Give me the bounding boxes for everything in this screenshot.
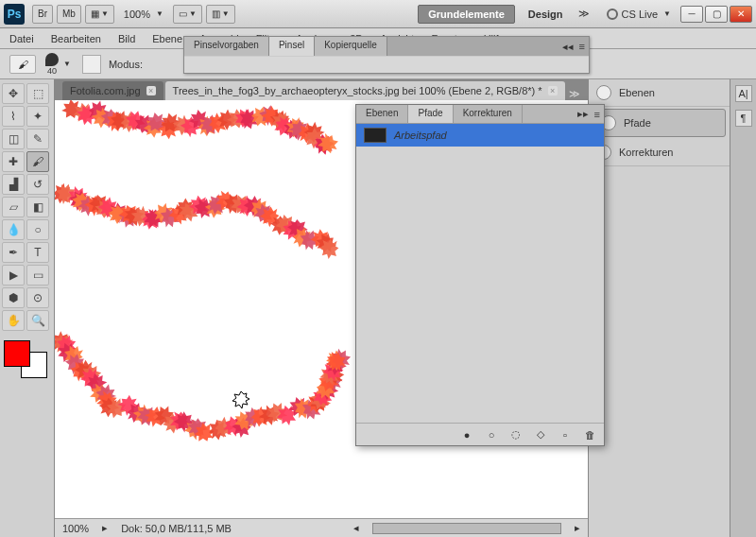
- path-select-tool[interactable]: ▶: [2, 265, 25, 286]
- tabs-overflow-icon[interactable]: ≫: [569, 88, 580, 100]
- 3d-tool[interactable]: ⬢: [2, 287, 25, 308]
- layers-icon: [596, 85, 611, 100]
- guides-button[interactable]: ▥▼: [206, 5, 235, 24]
- bridge-button[interactable]: Br: [32, 5, 53, 24]
- tool-preset-picker[interactable]: 🖌: [9, 55, 36, 74]
- collapsed-dock: A| ¶: [730, 79, 756, 537]
- new-path-icon[interactable]: ▫: [558, 428, 572, 442]
- color-picker[interactable]: [2, 338, 49, 380]
- stamp-tool[interactable]: ▟: [2, 174, 25, 195]
- close-icon[interactable]: ×: [146, 86, 156, 95]
- menu-image[interactable]: Bild: [118, 33, 135, 44]
- menu-file[interactable]: Datei: [9, 33, 34, 44]
- status-zoom[interactable]: 100%: [62, 523, 89, 534]
- options-bar: 🖌 40 ▼ Modus: Pinselvorgaben Pinsel Kopi…: [0, 49, 756, 79]
- minimize-button[interactable]: ─: [680, 6, 703, 23]
- app-titlebar: Ps Br Mb ▦▼ 100%▼ ▭▼ ▥▼ Grundelemente De…: [0, 0, 756, 28]
- delete-path-icon[interactable]: 🗑: [583, 428, 596, 442]
- mode-label: Modus:: [109, 59, 143, 70]
- shape-tool[interactable]: ▭: [26, 265, 49, 286]
- tab-brush-presets[interactable]: Pinselvorgaben: [184, 37, 269, 56]
- scroll-right-icon[interactable]: ▸: [575, 522, 580, 534]
- tab-clone-source[interactable]: Kopierquelle: [315, 37, 387, 56]
- blur-tool[interactable]: 💧: [2, 219, 25, 240]
- path-thumbnail: [364, 128, 387, 143]
- gradient-tool[interactable]: ◧: [26, 197, 49, 217]
- hand-tool[interactable]: ✋: [2, 310, 25, 331]
- tab-brush[interactable]: Pinsel: [269, 37, 315, 56]
- scroll-left-icon[interactable]: ◂: [353, 522, 359, 534]
- type-tool[interactable]: T: [26, 242, 49, 263]
- collapse-icon[interactable]: ◂◂: [562, 41, 574, 53]
- brush-panel-toggle[interactable]: [82, 55, 101, 74]
- menu-layer[interactable]: Ebene: [152, 33, 182, 44]
- paths-panel-footer: ● ○ ◌ ◇ ▫ 🗑: [356, 423, 604, 445]
- screen-mode-button[interactable]: ▦▼: [85, 5, 114, 24]
- tools-panel: ✥ ⬚ ⌇ ✦ ◫ ✎ ✚ 🖌 ▟ ↺ ▱ ◧ 💧 ○ ✒ T ▶ ▭ ⬢ ⊙ …: [0, 79, 55, 537]
- status-doc-size[interactable]: Dok: 50,0 MB/111,5 MB: [121, 523, 232, 534]
- dodge-tool[interactable]: ○: [26, 219, 49, 240]
- path-name: Arbeitspfad: [394, 130, 447, 141]
- crop-tool[interactable]: ◫: [2, 129, 25, 149]
- panel-tab-layers[interactable]: Ebenen: [356, 105, 408, 123]
- paths-panel: Ebenen Pfade Korrekturen ▸▸≡ Arbeitspfad…: [355, 104, 605, 446]
- brush-preview[interactable]: 40 ▼: [45, 53, 71, 76]
- dock-adjustments[interactable]: Korrekturen: [589, 139, 730, 166]
- more-workspaces[interactable]: ≫: [578, 8, 590, 20]
- maximize-button[interactable]: ▢: [705, 6, 728, 23]
- path-item[interactable]: Arbeitspfad: [356, 124, 604, 147]
- panel-tab-paths[interactable]: Pfade: [408, 105, 453, 123]
- photoshop-logo: Ps: [4, 4, 25, 25]
- stroke-path-icon[interactable]: ○: [485, 428, 498, 442]
- dock-paths[interactable]: Pfade: [593, 109, 726, 137]
- brush-tool[interactable]: 🖌: [26, 151, 49, 172]
- right-dock: Ebenen Pfade Korrekturen: [588, 79, 730, 537]
- close-button[interactable]: ✕: [730, 6, 752, 23]
- panel-menu-icon[interactable]: ≡: [594, 109, 600, 120]
- minibridge-button[interactable]: Mb: [57, 5, 81, 24]
- doc-tab-1[interactable]: Fotolia.com.jpg×: [62, 81, 163, 100]
- move-tool[interactable]: ✥: [2, 83, 25, 104]
- document-tabs: Fotolia.com.jpg× Trees_in_the_fog3_by_ar…: [55, 79, 588, 100]
- zoom-level[interactable]: 100%▼: [124, 9, 163, 20]
- fill-path-icon[interactable]: ●: [460, 428, 473, 442]
- dock-layers[interactable]: Ebenen: [589, 79, 730, 107]
- eyedropper-tool[interactable]: ✎: [26, 129, 49, 149]
- cs-live[interactable]: CS Live▼: [607, 9, 671, 20]
- status-divider: ▸: [102, 522, 108, 534]
- doc-tab-2[interactable]: Trees_in_the_fog3_by_archaeopteryx_stock…: [165, 81, 565, 100]
- load-selection-icon[interactable]: ◌: [509, 428, 523, 442]
- character-panel-icon[interactable]: A|: [735, 85, 752, 102]
- design-workspace[interactable]: Design: [528, 9, 563, 20]
- status-bar: 100% ▸ Dok: 50,0 MB/111,5 MB ◂ ▸: [55, 518, 588, 537]
- panel-menu-icon[interactable]: ≡: [579, 41, 585, 52]
- brush-size-value: 40: [47, 66, 57, 76]
- zoom-tool[interactable]: 🔍: [26, 310, 49, 331]
- eraser-tool[interactable]: ▱: [2, 197, 25, 217]
- workspace-button[interactable]: Grundelemente: [418, 5, 515, 24]
- close-icon[interactable]: ×: [548, 86, 558, 95]
- healing-tool[interactable]: ✚: [2, 151, 25, 172]
- lasso-tool[interactable]: ⌇: [2, 106, 25, 127]
- collapse-icon[interactable]: ▸▸: [577, 108, 589, 120]
- marquee-tool[interactable]: ⬚: [26, 83, 49, 104]
- brush-shape-icon: [45, 53, 59, 66]
- extras-button[interactable]: ▭▼: [173, 5, 202, 24]
- brush-panel: Pinselvorgaben Pinsel Kopierquelle ◂◂≡: [183, 36, 590, 74]
- zoom-value: 100%: [124, 9, 150, 20]
- make-workpath-icon[interactable]: ◇: [534, 428, 547, 442]
- foreground-color[interactable]: [4, 340, 30, 367]
- quick-select-tool[interactable]: ✦: [26, 106, 49, 127]
- 3d-camera-tool[interactable]: ⊙: [26, 287, 49, 308]
- pen-tool[interactable]: ✒: [2, 242, 25, 263]
- history-brush-tool[interactable]: ↺: [26, 174, 49, 195]
- menu-edit[interactable]: Bearbeiten: [51, 33, 101, 44]
- horizontal-scrollbar[interactable]: [372, 523, 561, 534]
- paths-list[interactable]: Arbeitspfad: [356, 124, 604, 423]
- paragraph-panel-icon[interactable]: ¶: [735, 110, 752, 127]
- panel-tab-adjustments[interactable]: Korrekturen: [454, 105, 523, 123]
